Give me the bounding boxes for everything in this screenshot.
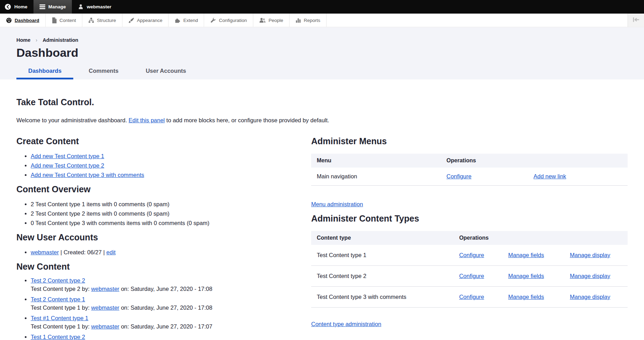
column-header-content-type: Content type bbox=[311, 231, 454, 245]
menu-item-label: Dashboard bbox=[15, 18, 39, 23]
administer-content-types-table: Content type Operations Test Content typ… bbox=[311, 231, 628, 308]
configure-link[interactable]: Configure bbox=[459, 294, 484, 300]
tab-dashboards[interactable]: Dashboards bbox=[16, 68, 73, 79]
manage-display-link[interactable]: Manage display bbox=[570, 273, 611, 279]
user-webmaster-link[interactable]: webmaster bbox=[31, 249, 59, 255]
menu-item-label: Extend bbox=[183, 18, 198, 23]
add-content-type-2-link[interactable]: Add new Test Content type 2 bbox=[31, 162, 104, 169]
list-item: 0 Test Content type 3 with comments item… bbox=[31, 218, 301, 228]
content-type-name-cell: Test Content type 2 bbox=[311, 266, 454, 287]
configure-link[interactable]: Configure bbox=[459, 252, 484, 258]
list-item: Add new Test Content type 1 bbox=[31, 152, 301, 161]
intro-text: Welcome to your administrative dashboard… bbox=[16, 116, 628, 125]
intro-text-after: to add more blocks here, or configure th… bbox=[165, 117, 329, 123]
page-title: Dashboard bbox=[16, 46, 628, 60]
left-column: Create Content Add new Test Content type… bbox=[16, 136, 311, 340]
administer-menus-heading: Administer Menus bbox=[311, 136, 628, 147]
menu-add-new-link[interactable]: Add new link bbox=[533, 173, 566, 179]
manage-fields-link[interactable]: Manage fields bbox=[508, 273, 544, 279]
list-item: Test 2 Content type 1 Test Content type … bbox=[31, 295, 301, 312]
breadcrumb-administration-link[interactable]: Administration bbox=[43, 37, 78, 43]
admin-menu-bar: Dashboard Content Structure Appearance E… bbox=[0, 14, 644, 27]
user-edit-link[interactable]: edit bbox=[106, 249, 116, 255]
author-link[interactable]: webmaster bbox=[91, 304, 119, 311]
edit-this-panel-link[interactable]: Edit this panel bbox=[129, 117, 165, 123]
toolbar-orientation-toggle-icon bbox=[632, 17, 640, 24]
manage-display-link[interactable]: Manage display bbox=[570, 252, 611, 258]
page-tabs: Dashboards Comments User Accounts bbox=[16, 68, 628, 79]
content-type-administration-link[interactable]: Content type administration bbox=[311, 321, 381, 327]
menu-name-cell: Main navigation bbox=[311, 168, 441, 186]
list-item: Test 2 Content type 2 Test Content type … bbox=[31, 276, 301, 293]
list-item: webmaster | Created: 06/27 | edit bbox=[31, 248, 301, 257]
back-arrow-icon bbox=[5, 3, 11, 10]
byline-text: on: Saturday, June 27, 2020 - 17:08 bbox=[119, 304, 212, 311]
create-content-heading: Create Content bbox=[16, 136, 301, 147]
menu-item-dashboard[interactable]: Dashboard bbox=[0, 14, 46, 27]
table-row: Test Content type 3 with comments Config… bbox=[311, 287, 628, 308]
new-user-accounts-heading: New User Accounts bbox=[16, 232, 301, 243]
breadcrumb-separator-icon: › bbox=[36, 37, 37, 43]
content-icon bbox=[52, 17, 57, 23]
content-item-link[interactable]: Test #1 Content type 1 bbox=[31, 315, 88, 321]
menu-item-label: Content bbox=[60, 18, 76, 23]
menu-item-reports[interactable]: Reports bbox=[290, 14, 327, 27]
tab-comments[interactable]: Comments bbox=[77, 68, 130, 79]
byline-text: Test Content type 1 by: bbox=[31, 304, 91, 311]
person-icon bbox=[78, 4, 84, 10]
byline-text: Test Content type 2 by: bbox=[31, 286, 91, 292]
tab-user-accounts[interactable]: User Accounts bbox=[134, 68, 198, 79]
dashboard-content: Take Total Control. Welcome to your admi… bbox=[0, 79, 644, 340]
manage-label: Manage bbox=[48, 4, 66, 9]
column-header-menu: Menu bbox=[311, 154, 441, 168]
user-account-button[interactable]: webmaster bbox=[72, 0, 118, 14]
manage-display-link[interactable]: Manage display bbox=[570, 294, 611, 300]
content-overview-list: 2 Test Content type 1 items with 0 comme… bbox=[16, 200, 301, 228]
new-content-list: Test 2 Content type 2 Test Content type … bbox=[16, 276, 301, 340]
admin-toolbar: Home Manage webmaster bbox=[0, 0, 644, 14]
menu-configure-link[interactable]: Configure bbox=[447, 173, 472, 179]
author-link[interactable]: webmaster bbox=[91, 286, 119, 292]
back-to-site-button[interactable]: Home bbox=[0, 0, 33, 14]
column-header-empty bbox=[564, 231, 628, 245]
author-link[interactable]: webmaster bbox=[91, 323, 119, 330]
add-content-type-3-link[interactable]: Add new Test Content type 3 with comment… bbox=[31, 172, 144, 178]
content-type-name-cell: Test Content type 1 bbox=[311, 245, 454, 266]
table-row: Test Content type 2 Configure Manage fie… bbox=[311, 266, 628, 287]
manage-fields-link[interactable]: Manage fields bbox=[508, 294, 544, 300]
column-header-empty bbox=[503, 231, 564, 245]
manage-fields-link[interactable]: Manage fields bbox=[508, 252, 544, 258]
table-row: Test Content type 1 Configure Manage fie… bbox=[311, 245, 628, 266]
menu-item-appearance[interactable]: Appearance bbox=[122, 14, 169, 27]
add-content-type-1-link[interactable]: Add new Test Content type 1 bbox=[31, 153, 104, 159]
configure-link[interactable]: Configure bbox=[459, 273, 484, 279]
table-row: Main navigation Configure Add new link bbox=[311, 168, 628, 186]
appearance-icon bbox=[128, 17, 134, 23]
column-header-operations: Operations bbox=[454, 231, 503, 245]
toolbar-orientation-toggle[interactable] bbox=[628, 14, 644, 27]
content-overview-heading: Content Overview bbox=[16, 184, 301, 195]
content-item-link[interactable]: Test 2 Content type 1 bbox=[31, 296, 85, 302]
structure-icon bbox=[88, 17, 94, 23]
menu-spacer bbox=[327, 14, 628, 27]
breadcrumb-home-link[interactable]: Home bbox=[16, 37, 30, 43]
manage-button[interactable]: Manage bbox=[33, 0, 72, 14]
menu-administration-link[interactable]: Menu administration bbox=[311, 201, 363, 208]
content-item-link[interactable]: Test 2 Content type 2 bbox=[31, 277, 85, 284]
list-item: Test #1 Content type 1 Test Content type… bbox=[31, 314, 301, 331]
menu-item-content[interactable]: Content bbox=[46, 14, 82, 27]
menu-item-label: People bbox=[269, 18, 283, 23]
content-item-byline: Test Content type 1 by: webmaster on: Sa… bbox=[31, 303, 301, 312]
configuration-icon bbox=[210, 17, 216, 23]
page-header: Home › Administration Dashboard Dashboar… bbox=[0, 27, 644, 79]
menu-item-extend[interactable]: Extend bbox=[169, 14, 204, 27]
list-item: Test 1 Content type 2 bbox=[31, 333, 301, 340]
menu-item-structure[interactable]: Structure bbox=[82, 14, 122, 27]
list-item: Add new Test Content type 2 bbox=[31, 161, 301, 170]
byline-text: Test Content type 1 by: bbox=[31, 323, 91, 330]
user-created-text: | Created: 06/27 | bbox=[59, 249, 106, 255]
content-item-link[interactable]: Test 1 Content type 2 bbox=[31, 334, 85, 340]
menu-item-people[interactable]: People bbox=[253, 14, 290, 27]
menu-item-configuration[interactable]: Configuration bbox=[204, 14, 253, 27]
menu-item-label: Structure bbox=[97, 18, 116, 23]
